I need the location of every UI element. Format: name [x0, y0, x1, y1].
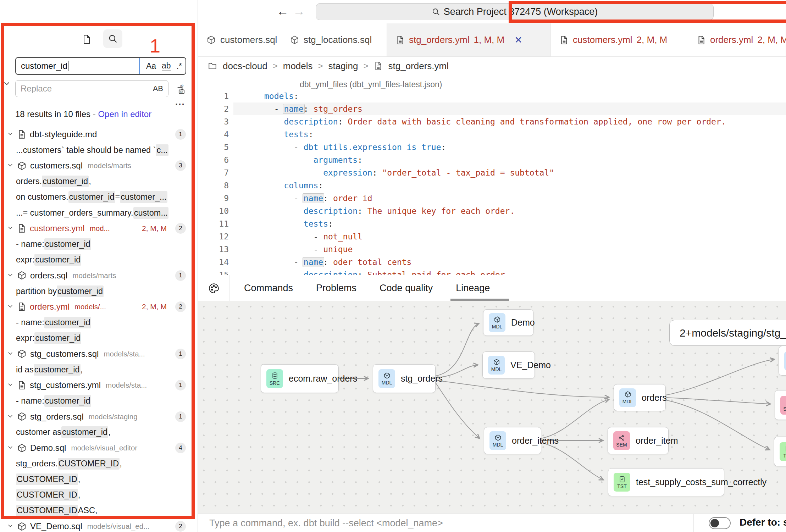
lineage-node-orders[interactable]: MDLorders: [614, 384, 666, 411]
result-match-row[interactable]: ...customers` table should be named `c..…: [0, 142, 198, 158]
code-line[interactable]: 3 description: Order data with basic cle…: [198, 115, 786, 128]
match-highlight: customer_id: [61, 426, 108, 438]
match-count-badge: 1: [175, 270, 186, 281]
codelens-meta: dbt_yml_files (dbt_yml_files-latest.json…: [300, 80, 786, 90]
result-match-row[interactable]: partition by customer_id: [0, 283, 198, 299]
lineage-node-ecom.raw_orders[interactable]: SRCecom.raw_orders: [261, 364, 339, 393]
close-icon[interactable]: ✕: [514, 34, 522, 46]
breadcrumb-item[interactable]: docs-cloud: [223, 61, 267, 72]
tab-label: customers.sql: [220, 34, 277, 45]
project-search-bar[interactable]: Search Project 372475 (Workspace): [316, 3, 714, 20]
chevron-down-icon[interactable]: [7, 444, 13, 452]
result-file-row[interactable]: orders.ymlmodels/...2, M, M2: [0, 299, 198, 315]
result-match-row[interactable]: on customers.customer_id = customer_...: [0, 189, 198, 205]
tab-customers.yml[interactable]: customers.yml2, M, M: [551, 23, 688, 56]
tab-stg_orders.yml[interactable]: stg_orders.yml1, M, M✕: [387, 23, 551, 56]
forward-arrow-icon[interactable]: →: [293, 4, 305, 18]
file-doc-icon: [17, 223, 26, 233]
panel-tab-problems[interactable]: Problems: [316, 283, 356, 294]
tab-orders.yml[interactable]: orders.yml2, M, M: [688, 23, 786, 56]
result-match-row[interactable]: - name: customer_id: [0, 393, 198, 409]
tab-stg_locations.sql[interactable]: stg_locations.sql: [281, 23, 387, 56]
result-match-row[interactable]: expr: customer_id: [0, 331, 198, 346]
chevron-down-icon[interactable]: [7, 522, 13, 530]
result-match-row[interactable]: - name: customer_id: [0, 315, 198, 330]
code-line[interactable]: 13 - unique: [198, 243, 786, 256]
code-line[interactable]: 4 tests:: [198, 128, 786, 141]
code-line[interactable]: 15 description: Subtotal paid for each o…: [198, 268, 786, 275]
result-match-row[interactable]: - name: customer_id: [0, 236, 198, 252]
panel-tab-commands[interactable]: Commands: [244, 283, 293, 294]
model-cube-icon: [17, 412, 27, 421]
chevron-down-icon[interactable]: [7, 350, 13, 358]
result-match-row[interactable]: expr: customer_id: [0, 252, 198, 268]
chevron-down-icon[interactable]: [7, 303, 13, 311]
result-file-name: Demo.sql: [30, 443, 66, 453]
result-match-row[interactable]: stg_orders.CUSTOMER_ID,: [0, 456, 198, 471]
code-line[interactable]: 1models:: [198, 90, 786, 102]
tab-customers.sql[interactable]: customers.sql: [198, 23, 281, 56]
lineage-canvas[interactable]: SRCecom.raw_ordersMDLstg_ordersMDLDemoMD…: [198, 301, 786, 514]
code-line[interactable]: 2 - name: stg_orders: [198, 102, 786, 115]
lineage-node-Demo[interactable]: MDLDemo: [483, 309, 533, 336]
result-file-row[interactable]: dbt-styleguide.md1: [0, 127, 198, 142]
code-text: - not_null: [264, 232, 362, 241]
lineage-node-order_items[interactable]: MDLorder_items: [484, 427, 541, 454]
code-line[interactable]: 8 columns:: [198, 179, 786, 192]
code-line[interactable]: 5 - dbt_utils.expression_is_true:: [198, 141, 786, 154]
lineage-node-test_supply_costs_sum_correctly[interactable]: TSTtest_supply_costs_sum_correctly: [608, 468, 724, 496]
match-highlight: customer_id: [34, 254, 81, 266]
result-file-row[interactable]: stg_orders.sqlmodels/staging1: [0, 409, 198, 425]
code-editor[interactable]: dbt_yml_files (dbt_yml_files-latest.json…: [198, 75, 786, 275]
chevron-down-icon[interactable]: [7, 131, 13, 138]
chevron-down-icon[interactable]: [7, 381, 13, 389]
lineage-node-stg_orders[interactable]: MDLstg_orders: [373, 364, 436, 393]
result-file-dir: mod...: [90, 224, 110, 233]
chevron-down-icon[interactable]: [7, 225, 13, 232]
result-match-row[interactable]: customer as customer_id,: [0, 425, 198, 440]
result-match-row[interactable]: CUSTOMER_ID,: [0, 487, 198, 503]
breadcrumb-item[interactable]: models: [283, 61, 313, 72]
result-file-row[interactable]: Demo.sqlmodels/visual_editor4: [0, 440, 198, 456]
result-match-row[interactable]: CUSTOMER_ID ASC,: [0, 503, 198, 519]
chevron-down-icon[interactable]: [7, 272, 13, 279]
result-file-row[interactable]: stg_customers.ymlmodels/sta...1: [0, 377, 198, 393]
breadcrumb-item[interactable]: stg_orders.yml: [388, 61, 449, 72]
result-file-row[interactable]: customers.ymlmod...2, M, M2: [0, 221, 198, 236]
lineage-node-VE_Demo[interactable]: MDLVE_Demo: [482, 351, 535, 379]
lineage-selector-label[interactable]: 2+models/staging/stg_ord: [669, 320, 786, 346]
lineage-node-order_item[interactable]: SEMorder_item: [608, 427, 669, 454]
lineage-node-p1[interactable]: MDL: [779, 346, 786, 376]
breadcrumb-item[interactable]: staging: [328, 61, 358, 72]
code-line[interactable]: 10 description: The unique key for each …: [198, 205, 786, 217]
divider: [229, 275, 229, 301]
code-line[interactable]: 14 - name: oder_total_cents: [198, 256, 786, 268]
code-line[interactable]: 6 arguments:: [198, 154, 786, 166]
code-line[interactable]: 7 expression: "order_total - tax_paid = …: [198, 166, 786, 179]
node-type-badge-sem: SEM: [780, 396, 786, 415]
code-line[interactable]: 12 - not_null: [198, 230, 786, 243]
back-arrow-icon[interactable]: ←: [277, 4, 289, 18]
result-match-row[interactable]: ...= customer_orders_summary.custom...: [0, 205, 198, 221]
code-line[interactable]: 9 - name: order_id: [198, 192, 786, 205]
command-bar: Type a command, ex. dbt build --select <…: [198, 514, 786, 532]
result-file-row[interactable]: stg_customers.sqlmodels/sta...1: [0, 346, 198, 362]
defer-toggle[interactable]: [709, 517, 731, 529]
result-file-row[interactable]: VE_Demo.sqlmodels/visual_ed...2: [0, 519, 198, 532]
breadcrumb-separator: >: [318, 61, 323, 71]
result-file-row[interactable]: customers.sqlmodels/marts3: [0, 158, 198, 173]
result-match-row[interactable]: id as customer_id,: [0, 362, 198, 377]
command-input[interactable]: Type a command, ex. dbt build --select <…: [209, 518, 443, 529]
panel-tab-code-quality[interactable]: Code quality: [380, 283, 433, 294]
search-match-highlight: name: [303, 193, 324, 203]
lineage-node-p2[interactable]: SEM: [775, 390, 786, 420]
panel-tab-lineage[interactable]: Lineage: [456, 283, 490, 294]
result-match-row[interactable]: CUSTOMER_ID,: [0, 471, 198, 487]
lineage-node-p3[interactable]: TST: [774, 437, 786, 466]
result-file-row[interactable]: orders.sqlmodels/marts1: [0, 268, 198, 283]
palette-icon[interactable]: [206, 281, 221, 296]
result-match-row[interactable]: orders.customer_id,: [0, 174, 198, 189]
chevron-down-icon[interactable]: [7, 413, 13, 421]
code-line[interactable]: 11 tests:: [198, 217, 786, 230]
chevron-down-icon[interactable]: [7, 162, 13, 170]
